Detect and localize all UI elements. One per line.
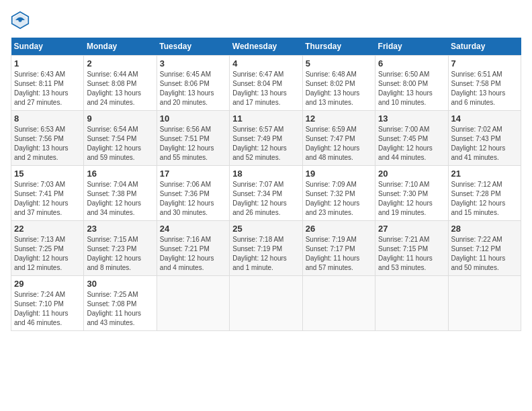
day-number: 4 (232, 58, 299, 68)
day-number: 15 (14, 169, 81, 179)
day-cell: 1Sunrise: 6:43 AM Sunset: 8:11 PM Daylig… (11, 56, 84, 111)
day-detail: Sunrise: 7:24 AM Sunset: 7:10 PM Dayligh… (14, 290, 81, 328)
day-number: 9 (87, 113, 153, 124)
svg-point-2 (18, 18, 21, 21)
col-header-thursday: Thursday (302, 38, 375, 56)
day-cell (157, 276, 229, 331)
day-cell: 24Sunrise: 7:16 AM Sunset: 7:21 PM Dayli… (157, 221, 229, 276)
day-cell: 21Sunrise: 7:12 AM Sunset: 7:28 PM Dayli… (448, 166, 521, 221)
day-detail: Sunrise: 7:16 AM Sunset: 7:21 PM Dayligh… (160, 235, 226, 273)
col-header-wednesday: Wednesday (230, 38, 302, 56)
day-cell: 12Sunrise: 6:59 AM Sunset: 7:47 PM Dayli… (302, 111, 375, 166)
week-row-2: 8Sunrise: 6:53 AM Sunset: 7:56 PM Daylig… (11, 111, 521, 166)
day-cell: 20Sunrise: 7:10 AM Sunset: 7:30 PM Dayli… (375, 166, 448, 221)
col-header-tuesday: Tuesday (157, 38, 229, 56)
day-cell: 3Sunrise: 6:45 AM Sunset: 8:06 PM Daylig… (157, 56, 229, 111)
day-number: 12 (306, 113, 372, 124)
logo (11, 11, 32, 30)
day-number: 18 (232, 169, 299, 179)
day-number: 24 (160, 224, 226, 234)
day-cell (375, 276, 448, 331)
day-number: 17 (160, 169, 226, 179)
day-detail: Sunrise: 6:45 AM Sunset: 8:06 PM Dayligh… (160, 70, 226, 107)
day-cell: 19Sunrise: 7:09 AM Sunset: 7:32 PM Dayli… (302, 166, 375, 221)
day-cell: 9Sunrise: 6:54 AM Sunset: 7:54 PM Daylig… (84, 111, 157, 166)
day-detail: Sunrise: 6:57 AM Sunset: 7:49 PM Dayligh… (232, 125, 299, 163)
column-headers: SundayMondayTuesdayWednesdayThursdayFrid… (11, 38, 521, 56)
day-cell (230, 276, 302, 331)
day-number: 16 (87, 169, 153, 179)
col-header-sunday: Sunday (11, 38, 84, 56)
day-cell: 15Sunrise: 7:03 AM Sunset: 7:41 PM Dayli… (11, 166, 84, 221)
page-header (11, 11, 521, 30)
day-detail: Sunrise: 7:25 AM Sunset: 7:08 PM Dayligh… (87, 290, 153, 328)
day-number: 27 (378, 224, 445, 234)
day-number: 14 (451, 113, 518, 124)
col-header-friday: Friday (375, 38, 448, 56)
day-detail: Sunrise: 7:22 AM Sunset: 7:12 PM Dayligh… (451, 235, 518, 273)
week-row-5: 29Sunrise: 7:24 AM Sunset: 7:10 PM Dayli… (11, 276, 521, 331)
day-number: 29 (14, 279, 81, 289)
day-detail: Sunrise: 7:19 AM Sunset: 7:17 PM Dayligh… (306, 235, 372, 273)
day-detail: Sunrise: 6:56 AM Sunset: 7:51 PM Dayligh… (160, 125, 226, 163)
day-number: 30 (87, 279, 153, 289)
day-cell: 13Sunrise: 7:00 AM Sunset: 7:45 PM Dayli… (375, 111, 448, 166)
day-detail: Sunrise: 7:15 AM Sunset: 7:23 PM Dayligh… (87, 235, 153, 273)
day-detail: Sunrise: 7:02 AM Sunset: 7:43 PM Dayligh… (451, 125, 518, 163)
day-cell (448, 276, 521, 331)
day-cell: 2Sunrise: 6:44 AM Sunset: 8:08 PM Daylig… (84, 56, 157, 111)
day-detail: Sunrise: 7:10 AM Sunset: 7:30 PM Dayligh… (378, 180, 445, 218)
day-number: 8 (14, 113, 81, 124)
day-detail: Sunrise: 7:13 AM Sunset: 7:25 PM Dayligh… (14, 235, 81, 273)
col-header-saturday: Saturday (448, 38, 521, 56)
day-cell: 10Sunrise: 6:56 AM Sunset: 7:51 PM Dayli… (157, 111, 229, 166)
day-detail: Sunrise: 6:44 AM Sunset: 8:08 PM Dayligh… (87, 70, 153, 107)
day-detail: Sunrise: 6:50 AM Sunset: 8:00 PM Dayligh… (378, 70, 445, 107)
day-cell: 28Sunrise: 7:22 AM Sunset: 7:12 PM Dayli… (448, 221, 521, 276)
day-cell: 23Sunrise: 7:15 AM Sunset: 7:23 PM Dayli… (84, 221, 157, 276)
day-number: 11 (232, 113, 299, 124)
day-number: 6 (378, 58, 445, 68)
day-number: 23 (87, 224, 153, 234)
day-number: 21 (451, 169, 518, 179)
day-cell: 5Sunrise: 6:48 AM Sunset: 8:02 PM Daylig… (302, 56, 375, 111)
day-number: 20 (378, 169, 445, 179)
day-cell: 8Sunrise: 6:53 AM Sunset: 7:56 PM Daylig… (11, 111, 84, 166)
day-detail: Sunrise: 7:21 AM Sunset: 7:15 PM Dayligh… (378, 235, 445, 273)
day-number: 28 (451, 224, 518, 234)
day-detail: Sunrise: 7:06 AM Sunset: 7:36 PM Dayligh… (160, 180, 226, 218)
day-detail: Sunrise: 6:54 AM Sunset: 7:54 PM Dayligh… (87, 125, 153, 163)
day-cell: 4Sunrise: 6:47 AM Sunset: 8:04 PM Daylig… (230, 56, 302, 111)
day-number: 2 (87, 58, 153, 68)
day-number: 26 (306, 224, 372, 234)
day-cell: 11Sunrise: 6:57 AM Sunset: 7:49 PM Dayli… (230, 111, 302, 166)
day-number: 3 (160, 58, 226, 68)
day-detail: Sunrise: 6:48 AM Sunset: 8:02 PM Dayligh… (306, 70, 372, 107)
day-number: 22 (14, 224, 81, 234)
day-detail: Sunrise: 6:43 AM Sunset: 8:11 PM Dayligh… (14, 70, 81, 107)
day-number: 25 (232, 224, 299, 234)
day-number: 1 (14, 58, 81, 68)
day-detail: Sunrise: 7:12 AM Sunset: 7:28 PM Dayligh… (451, 180, 518, 218)
day-detail: Sunrise: 7:04 AM Sunset: 7:38 PM Dayligh… (87, 180, 153, 218)
day-detail: Sunrise: 7:09 AM Sunset: 7:32 PM Dayligh… (306, 180, 372, 218)
day-detail: Sunrise: 6:47 AM Sunset: 8:04 PM Dayligh… (232, 70, 299, 107)
day-detail: Sunrise: 6:51 AM Sunset: 7:58 PM Dayligh… (451, 70, 518, 107)
day-detail: Sunrise: 7:03 AM Sunset: 7:41 PM Dayligh… (14, 180, 81, 218)
day-detail: Sunrise: 7:18 AM Sunset: 7:19 PM Dayligh… (232, 235, 299, 273)
day-detail: Sunrise: 7:00 AM Sunset: 7:45 PM Dayligh… (378, 125, 445, 163)
day-cell: 27Sunrise: 7:21 AM Sunset: 7:15 PM Dayli… (375, 221, 448, 276)
day-number: 10 (160, 113, 226, 124)
day-cell: 7Sunrise: 6:51 AM Sunset: 7:58 PM Daylig… (448, 56, 521, 111)
day-detail: Sunrise: 6:53 AM Sunset: 7:56 PM Dayligh… (14, 125, 81, 163)
day-number: 19 (306, 169, 372, 179)
day-cell: 25Sunrise: 7:18 AM Sunset: 7:19 PM Dayli… (230, 221, 302, 276)
day-number: 13 (378, 113, 445, 124)
day-cell: 18Sunrise: 7:07 AM Sunset: 7:34 PM Dayli… (230, 166, 302, 221)
week-row-3: 15Sunrise: 7:03 AM Sunset: 7:41 PM Dayli… (11, 166, 521, 221)
day-number: 7 (451, 58, 518, 68)
day-cell: 17Sunrise: 7:06 AM Sunset: 7:36 PM Dayli… (157, 166, 229, 221)
day-number: 5 (306, 58, 372, 68)
week-row-1: 1Sunrise: 6:43 AM Sunset: 8:11 PM Daylig… (11, 56, 521, 111)
day-cell: 29Sunrise: 7:24 AM Sunset: 7:10 PM Dayli… (11, 276, 84, 331)
